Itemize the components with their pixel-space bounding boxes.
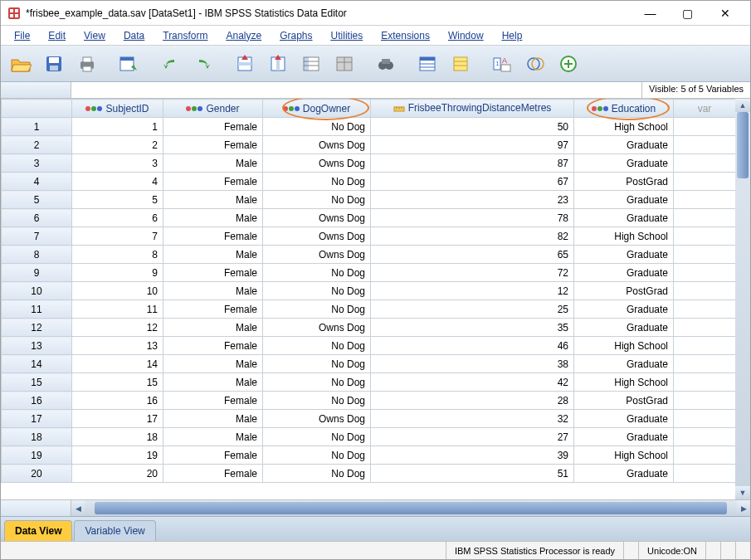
cell[interactable]: Male bbox=[163, 191, 263, 209]
cell[interactable] bbox=[674, 373, 736, 392]
cell[interactable]: 13 bbox=[72, 337, 163, 355]
cell[interactable]: No Dog bbox=[263, 373, 371, 392]
cell[interactable]: 20 bbox=[72, 465, 163, 483]
cell[interactable]: Female bbox=[163, 136, 263, 154]
cell[interactable]: 78 bbox=[371, 209, 574, 227]
cell[interactable]: Female bbox=[163, 446, 263, 465]
horizontal-scrollbar[interactable]: ◀ ▶ bbox=[1, 499, 750, 516]
table-row[interactable]: 88MaleOwns Dog65Graduate bbox=[2, 246, 736, 264]
cell[interactable] bbox=[674, 118, 736, 136]
cell[interactable] bbox=[674, 136, 736, 154]
cell[interactable]: No Dog bbox=[263, 300, 371, 319]
menu-transform[interactable]: Transform bbox=[154, 27, 216, 44]
row-header[interactable]: 7 bbox=[2, 227, 72, 246]
table-row[interactable]: 1919FemaleNo Dog39High School bbox=[2, 446, 736, 465]
maximize-button[interactable]: ▢ bbox=[669, 2, 706, 25]
cell[interactable]: 2 bbox=[72, 136, 163, 154]
menu-analyze[interactable]: Analyze bbox=[217, 27, 270, 44]
undo-button[interactable] bbox=[155, 49, 185, 79]
cell[interactable]: Graduate bbox=[574, 191, 674, 209]
menu-view[interactable]: View bbox=[76, 27, 114, 44]
row-header[interactable]: 1 bbox=[2, 118, 72, 136]
cell[interactable]: 27 bbox=[371, 428, 574, 446]
cell[interactable]: 3 bbox=[72, 154, 163, 173]
cell[interactable]: 1 bbox=[72, 118, 163, 136]
table-row[interactable]: 44FemaleNo Dog67PostGrad bbox=[2, 173, 736, 191]
menu-utilities[interactable]: Utilities bbox=[323, 27, 372, 44]
cell[interactable]: No Dog bbox=[263, 392, 371, 410]
cell[interactable]: Male bbox=[163, 282, 263, 300]
cell[interactable]: No Dog bbox=[263, 465, 371, 483]
print-button[interactable] bbox=[72, 49, 102, 79]
table-row[interactable]: 55MaleNo Dog23Graduate bbox=[2, 191, 736, 209]
cell[interactable] bbox=[674, 191, 736, 209]
cell[interactable]: 67 bbox=[371, 173, 574, 191]
cell[interactable]: Owns Dog bbox=[263, 319, 371, 337]
row-header[interactable]: 12 bbox=[2, 319, 72, 337]
cell[interactable]: Male bbox=[163, 209, 263, 227]
use-sets-button[interactable] bbox=[520, 49, 550, 79]
cell[interactable]: No Dog bbox=[263, 173, 371, 191]
row-header[interactable]: 2 bbox=[2, 136, 72, 154]
cell[interactable] bbox=[674, 392, 736, 410]
cell[interactable]: 12 bbox=[72, 319, 163, 337]
redo-button[interactable] bbox=[188, 49, 218, 79]
cell[interactable]: Owns Dog bbox=[263, 209, 371, 227]
cell[interactable] bbox=[674, 227, 736, 246]
menu-extensions[interactable]: Extensions bbox=[373, 27, 438, 44]
cell[interactable]: No Dog bbox=[263, 191, 371, 209]
cell[interactable]: 15 bbox=[72, 373, 163, 392]
menu-help[interactable]: Help bbox=[494, 27, 531, 44]
cell[interactable]: 97 bbox=[371, 136, 574, 154]
cell[interactable]: 42 bbox=[371, 373, 574, 392]
table-row[interactable]: 1313FemaleNo Dog46High School bbox=[2, 337, 736, 355]
table-row[interactable]: 1515MaleNo Dog42High School bbox=[2, 373, 736, 392]
cell[interactable]: 38 bbox=[371, 355, 574, 373]
cell[interactable]: 6 bbox=[72, 209, 163, 227]
cell[interactable]: Male bbox=[163, 428, 263, 446]
cell[interactable]: High School bbox=[574, 118, 674, 136]
cell[interactable]: Female bbox=[163, 337, 263, 355]
cell[interactable] bbox=[674, 246, 736, 264]
cell[interactable]: Female bbox=[163, 300, 263, 319]
table-row[interactable]: 1212MaleOwns Dog35Graduate bbox=[2, 319, 736, 337]
recall-dialog-button[interactable] bbox=[114, 49, 144, 79]
cell[interactable]: 19 bbox=[72, 446, 163, 465]
minimize-button[interactable]: — bbox=[632, 2, 669, 25]
cell[interactable]: Graduate bbox=[574, 428, 674, 446]
cell[interactable]: Graduate bbox=[574, 355, 674, 373]
cell[interactable]: PostGrad bbox=[574, 173, 674, 191]
cell[interactable]: Graduate bbox=[574, 319, 674, 337]
menu-edit[interactable]: Edit bbox=[40, 27, 74, 44]
cell[interactable] bbox=[674, 173, 736, 191]
row-header[interactable]: 17 bbox=[2, 410, 72, 428]
goto-case-button[interactable] bbox=[230, 49, 260, 79]
row-header[interactable]: 6 bbox=[2, 209, 72, 227]
cell[interactable]: Graduate bbox=[574, 300, 674, 319]
table-row[interactable]: 77FemaleOwns Dog82High School bbox=[2, 227, 736, 246]
column-header-frisbeethrowingdistancemetres[interactable]: FrisbeeThrowingDistanceMetres bbox=[371, 100, 574, 118]
tab-variable-view[interactable]: Variable View bbox=[74, 520, 155, 541]
cell[interactable]: High School bbox=[574, 337, 674, 355]
cell[interactable]: Female bbox=[163, 118, 263, 136]
scroll-down-arrow[interactable]: ▼ bbox=[735, 486, 750, 499]
menu-file[interactable]: File bbox=[6, 27, 38, 44]
cell[interactable]: High School bbox=[574, 373, 674, 392]
cell[interactable] bbox=[674, 410, 736, 428]
cell[interactable]: 8 bbox=[72, 246, 163, 264]
cell[interactable]: No Dog bbox=[263, 337, 371, 355]
cell[interactable]: Male bbox=[163, 154, 263, 173]
scroll-right-arrow[interactable]: ▶ bbox=[737, 500, 750, 516]
cell[interactable]: Graduate bbox=[574, 246, 674, 264]
cell[interactable]: High School bbox=[574, 446, 674, 465]
cell[interactable] bbox=[674, 154, 736, 173]
cell[interactable] bbox=[674, 209, 736, 227]
cell[interactable] bbox=[674, 319, 736, 337]
save-button[interactable] bbox=[39, 49, 69, 79]
scroll-up-arrow[interactable]: ▲ bbox=[735, 99, 750, 112]
cell[interactable] bbox=[674, 282, 736, 300]
row-header[interactable]: 5 bbox=[2, 191, 72, 209]
cell[interactable]: 9 bbox=[72, 264, 163, 282]
table-row[interactable]: 33MaleOwns Dog87Graduate bbox=[2, 154, 736, 173]
tab-data-view[interactable]: Data View bbox=[4, 520, 72, 541]
